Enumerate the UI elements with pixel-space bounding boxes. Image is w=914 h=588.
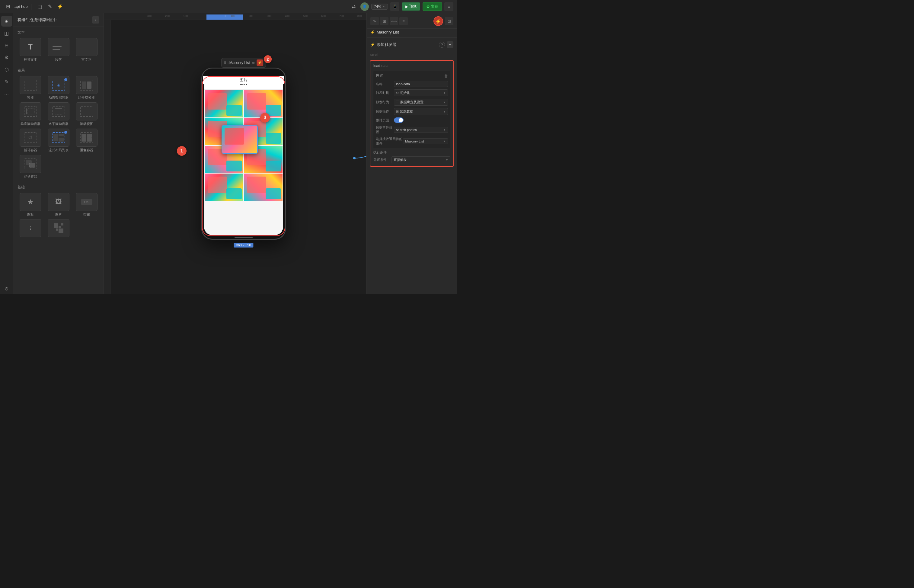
comp-float-label: 浮动容器 [24, 174, 37, 179]
rm-100p: 100 [231, 15, 235, 18]
zoom-control[interactable]: 74% ▼ [371, 3, 388, 10]
name-field-value[interactable]: load-data [394, 81, 448, 87]
trigger-section: ⚡ 添加触发器 ? + [367, 37, 457, 52]
comp-paragraph[interactable]: 段落 [45, 38, 71, 62]
comp-dots[interactable]: ⁝ [18, 219, 43, 239]
component-panel: 将组件拖拽到编辑区中 ‹ 文本 T 标签文本 [13, 13, 104, 294]
rph-pen-icon[interactable]: ✎ [370, 17, 379, 25]
rph-align-icon[interactable]: ≡ [399, 17, 408, 25]
tool-pen[interactable]: ✎ [45, 2, 54, 11]
settings-title: 设置 🗑 [376, 73, 448, 79]
data-op-select[interactable]: ⊞ 加载数据 ▼ [394, 108, 448, 115]
load-data-title: load-data [373, 64, 451, 68]
phone-home [234, 237, 253, 238]
qr-icon [54, 223, 63, 233]
app-title: api-hub [15, 4, 27, 9]
comp-paragraph-thumb [48, 38, 69, 56]
comp-flow-list[interactable]: 流式布局列表 [45, 129, 71, 152]
preview-button[interactable]: ▶ 预览 [402, 2, 420, 11]
rph-layout-icon[interactable]: ⊞ [380, 17, 389, 25]
rail-tools[interactable]: ✎ [1, 76, 12, 87]
comp-qr-thumb [48, 219, 69, 237]
publish-button[interactable]: ✿ 发布 [423, 2, 442, 11]
qr7 [54, 228, 56, 231]
data-op-chevron: ▼ [443, 110, 446, 113]
rm-0-highlight: 0 [207, 15, 243, 20]
settings-label: 设置 [376, 73, 383, 79]
comp-dots-thumb: ⁝ [19, 219, 41, 237]
load-data-box: load-data 设置 🗑 名称 load-data 触发时机 ⊙ 初始化 [370, 60, 454, 167]
richtext-icon [84, 41, 89, 53]
trigger-help-btn[interactable]: ? [439, 42, 445, 48]
masonry-cell-1 [205, 90, 243, 118]
comp-repeat[interactable]: 重复容器 [74, 129, 99, 152]
comp-vscroll-label: 垂直滚动容器 [21, 122, 40, 126]
tl3 [53, 48, 63, 48]
tool-cursor[interactable]: ⬚ [35, 2, 44, 11]
trigger-add-btn[interactable]: + [447, 41, 454, 48]
rm-200: -200 [164, 15, 170, 18]
vscroll-bar [26, 108, 27, 115]
more-icon[interactable]: ≡ [444, 2, 454, 11]
qr8 [56, 228, 58, 231]
basic-grid: ★ 图标 🖼 图片 OK 按钮 ⁝ [13, 192, 103, 241]
precond-select[interactable]: 直接触发 ▼ [391, 157, 451, 163]
comp-icon[interactable]: ★ 图标 [18, 193, 43, 217]
trigger-time-value: 初始化 [400, 90, 410, 95]
comp-paragraph-label: 段落 [55, 57, 62, 62]
share-icon[interactable]: ⇄ [349, 2, 358, 11]
device-icon[interactable]: 📱 [390, 2, 399, 11]
comp-float[interactable]: 浮动容器 [18, 155, 43, 179]
toolbar-lightning[interactable]: ⚡ [257, 60, 263, 66]
rail-more[interactable]: … [1, 88, 12, 99]
rail-layers[interactable]: ⊞ [1, 16, 12, 27]
comp-button[interactable]: OK 按钮 [74, 193, 99, 217]
rail-components[interactable]: ◫ [1, 28, 12, 39]
comp-hscroll[interactable]: 水平滚动容器 [45, 102, 71, 126]
rph-cube-btn[interactable]: ⊡ [445, 17, 454, 25]
panel-collapse-btn[interactable]: ‹ [92, 16, 99, 24]
comp-vscroll[interactable]: 垂直滚动容器 [18, 102, 43, 126]
comp-button-label: 按钮 [83, 212, 90, 217]
precond-row: 前置条件 直接触发 ▼ [373, 157, 451, 163]
topbar-tools: ⬚ ✎ ⚡ [35, 2, 65, 11]
rail-grid[interactable]: ⊟ [1, 40, 12, 51]
comp-hscroll-label: 水平滚动容器 [48, 122, 68, 126]
comp-container[interactable]: 容器 [18, 76, 43, 100]
comp-image[interactable]: 🖼 图片 [45, 193, 71, 217]
comp-switcher[interactable]: 组件切换器 [74, 76, 99, 100]
panel-title: 将组件拖拽到编辑区中 [18, 17, 57, 23]
rph-lightning-btn[interactable]: ⚡ [433, 16, 443, 26]
comp-richtext[interactable]: 富文本 [74, 38, 99, 62]
rph-expand-icon[interactable]: ⟷ [390, 17, 398, 25]
comp-qr[interactable] [45, 219, 71, 239]
precond-label: 前置条件 [373, 158, 391, 162]
comp-dynamic[interactable]: ⊞ 动态数据容器 [45, 76, 71, 100]
screen-content: 图片 [204, 77, 283, 235]
comp-icon-label: 图标 [27, 212, 34, 217]
receive-select[interactable]: Masonry List ▼ [403, 138, 448, 144]
rail-plugin[interactable]: ⬡ [1, 64, 12, 75]
zoom-value: 74% [374, 5, 381, 9]
tl4 [53, 49, 60, 50]
trigger-behavior-select[interactable]: ☰ 数据绑定及设置 ▼ [394, 99, 448, 106]
toolbar-nav: ⠿ ‹ Masonry List ⊕ [224, 61, 255, 65]
comp-loop-thumb: ↺ [19, 129, 41, 147]
cumulative-toggle[interactable] [394, 118, 404, 123]
data-op-label: 数据操作 [376, 109, 394, 114]
phone-screen: 图片 [204, 77, 283, 235]
comp-loop[interactable]: ↺ 循环容器 [18, 129, 43, 152]
rail-help[interactable]: ⊙ [1, 283, 12, 294]
comp-richtext-label: 富文本 [81, 57, 92, 62]
user-avatar[interactable]: 👤 [360, 2, 369, 11]
rm-300p: 300 [267, 15, 271, 18]
data-event-select[interactable]: search photos ▼ [394, 127, 448, 133]
comp-container-label: 容器 [27, 95, 34, 100]
rail-settings[interactable]: ⚙ [1, 52, 12, 63]
back-icon: ‹ [227, 61, 228, 65]
tool-lightning[interactable]: ⚡ [55, 2, 65, 11]
trigger-time-select[interactable]: ⊙ 初始化 ▼ [394, 89, 448, 96]
delete-icon[interactable]: 🗑 [444, 74, 448, 78]
comp-scroll-view[interactable]: 滚动视图 [74, 102, 99, 126]
comp-label-text[interactable]: T 标签文本 [18, 38, 43, 62]
